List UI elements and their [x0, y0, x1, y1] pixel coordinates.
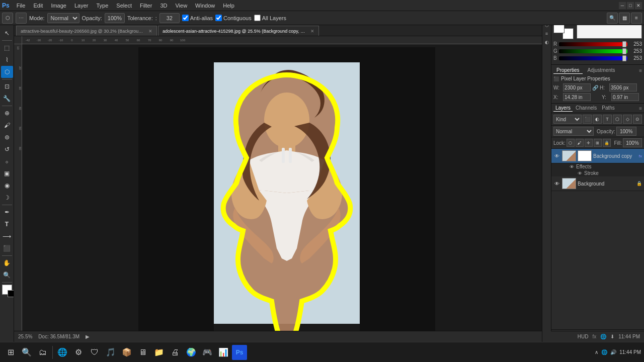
layers-kind-dropdown[interactable]: Kind	[553, 115, 582, 124]
gradient-tool[interactable]: ▣	[1, 167, 13, 179]
tab-2[interactable]: adolescent-asian-attractive-415298.jpg @…	[158, 26, 319, 36]
tab-adjustments[interactable]: Adjustments	[585, 67, 618, 74]
taskbar-folder[interactable]: 📁	[151, 345, 167, 360]
maximize-button[interactable]: □	[627, 2, 634, 9]
taskbar-volume[interactable]: 🔊	[610, 349, 616, 355]
layers-menu-icon[interactable]: ≡	[639, 106, 642, 111]
tab-channels[interactable]: Channels	[574, 105, 599, 112]
antialias-checkbox[interactable]	[182, 15, 189, 21]
blend-mode-dropdown[interactable]: Normal Multiply Screen	[553, 127, 594, 136]
taskbar-icons-tray[interactable]: ∧	[595, 349, 598, 355]
lock-artboard-icon[interactable]: ⊞	[594, 139, 602, 147]
h-input[interactable]	[609, 83, 637, 92]
more-indicator[interactable]: ▶	[86, 334, 90, 339]
menu-window[interactable]: Window	[191, 2, 219, 10]
contiguous-checkbox-group[interactable]: Contiguous	[215, 15, 252, 21]
y-input[interactable]	[611, 93, 639, 101]
opacity-value[interactable]	[616, 127, 636, 136]
shape-filter-icon[interactable]: ⬡	[613, 115, 622, 124]
r-slider[interactable]	[559, 42, 627, 46]
tab-properties[interactable]: Properties	[553, 67, 583, 74]
pen-tool[interactable]: ✒	[1, 206, 13, 218]
arrange-icon[interactable]: ▦	[619, 13, 630, 24]
search-icon[interactable]: 🔍	[607, 13, 618, 24]
layer-vis-2[interactable]: 👁	[553, 180, 560, 187]
globe-icon[interactable]: 🌐	[600, 334, 606, 339]
eye-icon-stroke[interactable]: 👁	[578, 171, 582, 176]
alllayers-checkbox[interactable]	[254, 15, 261, 21]
pixel-filter-icon[interactable]: ⬛	[583, 115, 592, 124]
eye-icon-effects[interactable]: 👁	[570, 164, 574, 169]
layer-background-copy[interactable]: 👁 Background copy fx	[551, 149, 644, 163]
history-brush[interactable]: ↺	[1, 143, 13, 155]
hand-tool[interactable]: ✋	[1, 257, 13, 269]
menu-layer[interactable]: Layer	[70, 2, 93, 10]
taskbar-chrome[interactable]: 🌐	[55, 345, 70, 360]
blur-tool[interactable]: ◉	[1, 179, 13, 192]
magic-wand-tool[interactable]: ⬡	[1, 66, 13, 78]
menu-3d[interactable]: 3D	[156, 2, 171, 10]
adjustment-filter-icon[interactable]: ◐	[593, 115, 602, 124]
hud-icon[interactable]: HUD	[578, 334, 589, 339]
lock-position-icon[interactable]: ✛	[585, 139, 593, 147]
background-color-swatch[interactable]	[8, 290, 15, 297]
taskbar-package[interactable]: 📦	[119, 345, 134, 360]
download-icon[interactable]: ⬇	[610, 334, 614, 339]
lock-transparent-icon[interactable]: ⬡	[567, 139, 575, 147]
alllayers-checkbox-group[interactable]: All Layers	[254, 15, 286, 21]
taskbar-network[interactable]: 🌐	[601, 349, 607, 355]
taskbar-print[interactable]: 🖨	[168, 345, 183, 360]
tab-1[interactable]: attractive-beautiful-beauty-206560.jpg @…	[16, 26, 157, 36]
menu-filter[interactable]: Filter	[136, 2, 156, 10]
dodge-tool[interactable]: ☽	[1, 192, 13, 204]
type-tool[interactable]: T	[1, 218, 13, 230]
minimize-button[interactable]: ─	[619, 2, 626, 9]
b-slider[interactable]	[559, 56, 627, 60]
filter-toggle[interactable]: ⊙	[633, 115, 642, 124]
close-button[interactable]: ✕	[635, 2, 642, 9]
brush-tool[interactable]: 🖌	[1, 119, 13, 131]
menu-image[interactable]: Image	[47, 2, 70, 10]
tool-options-icon2[interactable]: ⋯	[16, 13, 27, 24]
lock-all-icon[interactable]: 🔒	[603, 139, 611, 147]
menu-edit[interactable]: Edit	[29, 2, 47, 10]
rmt-btn-4[interactable]: ◐	[543, 39, 550, 46]
layer-effects-item[interactable]: 👁 Effects	[551, 163, 644, 170]
menu-type[interactable]: Type	[93, 2, 113, 10]
smart-filter-icon[interactable]: ◇	[623, 115, 632, 124]
properties-menu-icon[interactable]: ≡	[639, 68, 642, 73]
panel-toggle-icon[interactable]: ≡	[631, 13, 642, 24]
shape-tool[interactable]: ⬛	[1, 242, 13, 254]
taskbar-settings[interactable]: ⚙	[71, 345, 86, 360]
heal-tool[interactable]: ⊕	[1, 107, 13, 119]
taskbar-monitor[interactable]: 🖥	[135, 345, 150, 360]
menu-view[interactable]: View	[171, 2, 191, 10]
type-filter-icon[interactable]: T	[603, 115, 612, 124]
tab-1-close[interactable]: ✕	[148, 29, 152, 34]
taskbar-edge[interactable]: 🌍	[184, 345, 199, 360]
canvas-area[interactable]: -42 -30 -20 -10 0 10 20 30 40 50 60 70 8…	[14, 36, 551, 342]
x-input[interactable]	[563, 93, 591, 101]
contiguous-checkbox[interactable]	[215, 15, 222, 21]
path-tool[interactable]: ⟶	[1, 230, 13, 242]
taskbar-ps[interactable]: Ps	[232, 345, 247, 360]
taskbar-chart[interactable]: 📊	[216, 345, 231, 360]
lock-pixels-icon[interactable]: 🖌	[576, 139, 584, 147]
search-taskbar[interactable]: 🔍	[19, 345, 34, 360]
taskbar-security[interactable]: 🛡	[87, 345, 102, 360]
layer-vis-1[interactable]: 👁	[553, 152, 560, 159]
eyedropper-tool[interactable]: 🔧	[1, 93, 13, 105]
tab-paths[interactable]: Paths	[600, 105, 617, 112]
layer-background[interactable]: 👁 Background 🔒	[551, 176, 644, 191]
tab-2-close[interactable]: ✕	[310, 29, 314, 34]
g-slider[interactable]	[559, 49, 627, 53]
foreground-color-swatch[interactable]	[2, 285, 12, 295]
link-icon[interactable]: 🔗	[592, 85, 598, 90]
opacity-input[interactable]	[105, 13, 125, 23]
taskbar-music[interactable]: 🎵	[103, 345, 118, 360]
fill-input[interactable]	[623, 138, 642, 147]
eraser-tool[interactable]: ⬦	[1, 155, 13, 167]
zoom-tool[interactable]: 🔍	[1, 269, 13, 281]
menu-help[interactable]: Help	[219, 2, 238, 10]
taskview-button[interactable]: 🗂	[35, 345, 50, 360]
